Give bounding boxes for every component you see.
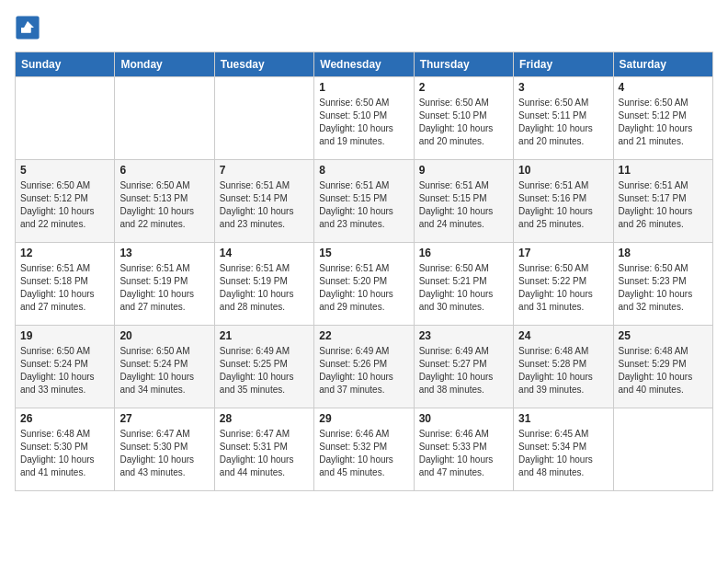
day-number: 13 [119, 247, 209, 259]
day-number: 24 [518, 329, 608, 342]
calendar-cell: 7Sunrise: 6:51 AM Sunset: 5:14 PM Daylig… [214, 160, 313, 243]
calendar-cell: 30Sunrise: 6:46 AM Sunset: 5:33 PM Dayli… [414, 408, 513, 491]
day-number: 7 [220, 164, 309, 177]
calendar-cell [613, 408, 712, 491]
day-info: Sunrise: 6:50 AM Sunset: 5:12 PM Dayligh… [619, 97, 708, 148]
day-info: Sunrise: 6:51 AM Sunset: 5:15 PM Dayligh… [419, 179, 508, 231]
header-cell-sunday: Sunday [16, 52, 115, 77]
day-number: 6 [119, 164, 209, 177]
header-cell-saturday: Saturday [613, 52, 712, 77]
day-info: Sunrise: 6:49 AM Sunset: 5:27 PM Dayligh… [419, 345, 508, 396]
day-number: 18 [619, 247, 708, 259]
day-info: Sunrise: 6:45 AM Sunset: 5:34 PM Dayligh… [518, 428, 608, 479]
calendar-cell: 12Sunrise: 6:51 AM Sunset: 5:18 PM Dayli… [16, 243, 115, 326]
day-info: Sunrise: 6:50 AM Sunset: 5:21 PM Dayligh… [419, 262, 508, 314]
day-info: Sunrise: 6:51 AM Sunset: 5:20 PM Dayligh… [319, 262, 408, 314]
calendar-cell: 2Sunrise: 6:50 AM Sunset: 5:10 PM Daylig… [414, 77, 513, 160]
calendar-cell [16, 77, 115, 160]
day-number: 31 [518, 412, 608, 425]
calendar-cell: 18Sunrise: 6:50 AM Sunset: 5:23 PM Dayli… [613, 243, 712, 326]
header-cell-tuesday: Tuesday [214, 52, 313, 77]
logo [15, 15, 44, 40]
day-number: 30 [419, 412, 508, 425]
calendar-cell: 25Sunrise: 6:48 AM Sunset: 5:29 PM Dayli… [613, 326, 712, 408]
day-number: 20 [119, 329, 209, 342]
day-info: Sunrise: 6:50 AM Sunset: 5:23 PM Dayligh… [619, 262, 708, 314]
day-number: 29 [319, 412, 408, 425]
day-number: 1 [319, 81, 408, 94]
day-info: Sunrise: 6:47 AM Sunset: 5:31 PM Dayligh… [220, 428, 309, 479]
day-number: 23 [419, 329, 508, 342]
header-cell-wednesday: Wednesday [314, 52, 414, 77]
day-number: 9 [419, 164, 508, 177]
week-row-1: 1Sunrise: 6:50 AM Sunset: 5:10 PM Daylig… [16, 77, 713, 160]
day-number: 10 [518, 164, 608, 177]
day-number: 22 [319, 329, 408, 342]
day-info: Sunrise: 6:48 AM Sunset: 5:30 PM Dayligh… [20, 428, 109, 479]
day-number: 15 [319, 247, 408, 259]
day-info: Sunrise: 6:50 AM Sunset: 5:10 PM Dayligh… [319, 97, 408, 148]
calendar-cell: 24Sunrise: 6:48 AM Sunset: 5:28 PM Dayli… [514, 326, 613, 408]
calendar-cell [115, 77, 214, 160]
day-number: 27 [119, 412, 209, 425]
day-info: Sunrise: 6:46 AM Sunset: 5:33 PM Dayligh… [419, 428, 508, 479]
day-info: Sunrise: 6:46 AM Sunset: 5:32 PM Dayligh… [319, 428, 408, 479]
day-info: Sunrise: 6:51 AM Sunset: 5:16 PM Dayligh… [518, 179, 608, 231]
day-info: Sunrise: 6:51 AM Sunset: 5:17 PM Dayligh… [619, 179, 708, 231]
day-info: Sunrise: 6:49 AM Sunset: 5:25 PM Dayligh… [220, 345, 309, 396]
day-number: 12 [20, 247, 109, 259]
day-info: Sunrise: 6:51 AM Sunset: 5:18 PM Dayligh… [20, 262, 109, 314]
header-cell-thursday: Thursday [414, 52, 513, 77]
calendar-cell: 28Sunrise: 6:47 AM Sunset: 5:31 PM Dayli… [214, 408, 313, 491]
header-row: SundayMondayTuesdayWednesdayThursdayFrid… [16, 52, 713, 77]
day-info: Sunrise: 6:48 AM Sunset: 5:28 PM Dayligh… [518, 345, 608, 396]
day-info: Sunrise: 6:50 AM Sunset: 5:22 PM Dayligh… [518, 262, 608, 314]
page-header [15, 15, 713, 40]
day-info: Sunrise: 6:50 AM Sunset: 5:10 PM Dayligh… [419, 97, 508, 148]
day-number: 26 [20, 412, 109, 425]
week-row-3: 12Sunrise: 6:51 AM Sunset: 5:18 PM Dayli… [16, 243, 713, 326]
day-number: 16 [419, 247, 508, 259]
calendar-cell: 14Sunrise: 6:51 AM Sunset: 5:19 PM Dayli… [214, 243, 313, 326]
day-number: 5 [20, 164, 109, 177]
calendar-cell: 1Sunrise: 6:50 AM Sunset: 5:10 PM Daylig… [314, 77, 414, 160]
calendar-cell: 22Sunrise: 6:49 AM Sunset: 5:26 PM Dayli… [314, 326, 414, 408]
calendar-cell: 23Sunrise: 6:49 AM Sunset: 5:27 PM Dayli… [414, 326, 513, 408]
day-info: Sunrise: 6:51 AM Sunset: 5:19 PM Dayligh… [119, 262, 209, 314]
calendar-cell [214, 77, 313, 160]
calendar-cell: 4Sunrise: 6:50 AM Sunset: 5:12 PM Daylig… [613, 77, 712, 160]
calendar-cell: 17Sunrise: 6:50 AM Sunset: 5:22 PM Dayli… [514, 243, 613, 326]
calendar-cell: 8Sunrise: 6:51 AM Sunset: 5:15 PM Daylig… [314, 160, 414, 243]
day-number: 25 [619, 329, 708, 342]
calendar-cell: 20Sunrise: 6:50 AM Sunset: 5:24 PM Dayli… [115, 326, 214, 408]
calendar-cell: 11Sunrise: 6:51 AM Sunset: 5:17 PM Dayli… [613, 160, 712, 243]
calendar-cell: 31Sunrise: 6:45 AM Sunset: 5:34 PM Dayli… [514, 408, 613, 491]
calendar-cell: 3Sunrise: 6:50 AM Sunset: 5:11 PM Daylig… [514, 77, 613, 160]
calendar-cell: 9Sunrise: 6:51 AM Sunset: 5:15 PM Daylig… [414, 160, 513, 243]
day-number: 8 [319, 164, 408, 177]
week-row-5: 26Sunrise: 6:48 AM Sunset: 5:30 PM Dayli… [16, 408, 713, 491]
week-row-4: 19Sunrise: 6:50 AM Sunset: 5:24 PM Dayli… [16, 326, 713, 408]
day-number: 2 [419, 81, 508, 94]
day-info: Sunrise: 6:50 AM Sunset: 5:24 PM Dayligh… [119, 345, 209, 396]
calendar-cell: 13Sunrise: 6:51 AM Sunset: 5:19 PM Dayli… [115, 243, 214, 326]
day-number: 19 [20, 329, 109, 342]
day-info: Sunrise: 6:50 AM Sunset: 5:13 PM Dayligh… [119, 179, 209, 231]
day-number: 11 [619, 164, 708, 177]
day-info: Sunrise: 6:47 AM Sunset: 5:30 PM Dayligh… [119, 428, 209, 479]
calendar-cell: 5Sunrise: 6:50 AM Sunset: 5:12 PM Daylig… [16, 160, 115, 243]
calendar-cell: 15Sunrise: 6:51 AM Sunset: 5:20 PM Dayli… [314, 243, 414, 326]
header-cell-monday: Monday [115, 52, 214, 77]
day-info: Sunrise: 6:51 AM Sunset: 5:15 PM Dayligh… [319, 179, 408, 231]
day-number: 17 [518, 247, 608, 259]
header-cell-friday: Friday [514, 52, 613, 77]
calendar-cell: 10Sunrise: 6:51 AM Sunset: 5:16 PM Dayli… [514, 160, 613, 243]
day-number: 21 [220, 329, 309, 342]
svg-rect-2 [21, 28, 31, 33]
calendar-cell: 29Sunrise: 6:46 AM Sunset: 5:32 PM Dayli… [314, 408, 414, 491]
calendar-table: SundayMondayTuesdayWednesdayThursdayFrid… [15, 52, 713, 491]
calendar-cell: 21Sunrise: 6:49 AM Sunset: 5:25 PM Dayli… [214, 326, 313, 408]
day-info: Sunrise: 6:48 AM Sunset: 5:29 PM Dayligh… [619, 345, 708, 396]
calendar-cell: 16Sunrise: 6:50 AM Sunset: 5:21 PM Dayli… [414, 243, 513, 326]
day-info: Sunrise: 6:49 AM Sunset: 5:26 PM Dayligh… [319, 345, 408, 396]
